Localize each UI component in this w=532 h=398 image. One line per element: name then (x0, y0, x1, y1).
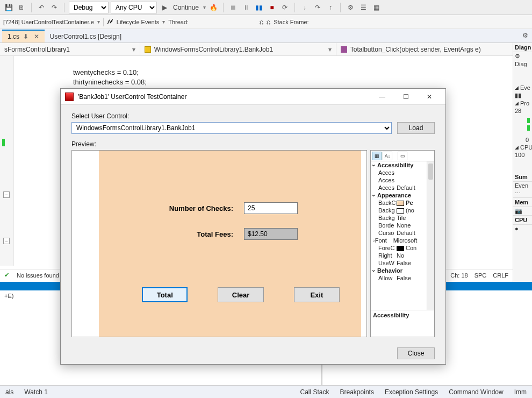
step-into-icon[interactable]: ↓ (299, 2, 310, 13)
nav-method-label: Totalbutton_Click(object sender, EventAr… (350, 46, 481, 53)
clear-button[interactable]: Clear (218, 287, 263, 302)
cat-behavior[interactable]: Behavior (371, 267, 434, 274)
tab-cs-file[interactable]: 1.cs ⬇ ✕ (2, 30, 45, 42)
thread2-icon[interactable]: ⎌ (267, 18, 270, 26)
gear-icon[interactable]: ⚙ (513, 52, 532, 60)
property-pages-icon[interactable]: ▭ (398, 152, 407, 160)
chevron-down-icon[interactable]: ▾ (162, 19, 165, 25)
editor-gutter: − − (0, 56, 14, 266)
lifecycle-icon[interactable]: 🗲 (107, 18, 113, 26)
restart-icon[interactable]: ⟳ (279, 2, 290, 13)
step-over-icon[interactable]: ↷ (312, 2, 323, 13)
save-all-icon[interactable]: 🗎 (16, 2, 27, 13)
fold-icon[interactable]: − (3, 238, 10, 244)
config-dropdown[interactable]: Debug (69, 2, 109, 13)
thread-icon[interactable]: ⎌ (260, 18, 263, 26)
prop-row[interactable]: BackgTile (371, 214, 434, 222)
lifecycle-label[interactable]: Lifecycle Events (117, 19, 159, 25)
close-icon[interactable]: ✕ (34, 33, 39, 40)
pause-icon[interactable]: ▮▮ (254, 2, 264, 13)
checks-input[interactable] (244, 202, 298, 214)
prop-row[interactable]: UseWFalse (371, 259, 434, 267)
continue-label[interactable]: Continue (172, 4, 200, 11)
undo-icon[interactable]: ↶ (36, 2, 47, 13)
issues-label[interactable]: No issues found (17, 272, 59, 279)
prop-row[interactable]: Acces (371, 176, 434, 184)
separator (340, 3, 341, 12)
propgrid-list[interactable]: Accessibility AccesAccesAccesDefault App… (371, 161, 434, 310)
prop-row[interactable]: AllowFalse (371, 274, 434, 282)
tab-immediate[interactable]: Imm (509, 386, 532, 398)
close-button[interactable]: ✕ (418, 89, 441, 104)
hot-reload-icon[interactable]: 🔥 (208, 2, 219, 13)
step-out-icon[interactable]: ↑ (325, 2, 336, 13)
prop-row[interactable]: ForeC Con (371, 244, 434, 252)
nav-class[interactable]: WindowsFormsControlLibrary1.BankJob1 ▾ (140, 43, 336, 55)
prop-row[interactable]: › FontMicrosoft (371, 237, 434, 244)
fold-icon[interactable]: − (3, 191, 10, 198)
play-icon[interactable]: ▶ (159, 2, 170, 13)
pin-icon[interactable]: ⬇ (23, 33, 28, 40)
tab-callstack[interactable]: Call Stack (294, 386, 334, 398)
alphabetical-icon[interactable]: A↓ (383, 152, 392, 160)
maximize-button[interactable]: ☐ (394, 89, 418, 104)
nav-method[interactable]: Totalbutton_Click(object sender, EventAr… (336, 43, 532, 55)
tool2-icon[interactable]: ☰ (358, 2, 369, 13)
tool3-icon[interactable]: ▦ (371, 2, 382, 13)
gear-icon[interactable]: ⚙ (520, 31, 530, 40)
total-button[interactable]: Total (142, 287, 188, 302)
tool-icon[interactable]: ⚙ (345, 2, 356, 13)
prop-row[interactable]: BordeNone (371, 222, 434, 229)
cat-accessibility[interactable]: Accessibility (371, 161, 434, 169)
prop-row[interactable]: AccesDefault (371, 184, 434, 191)
separator (103, 18, 104, 26)
scrollbar[interactable] (427, 161, 434, 310)
prop-row[interactable]: CursoDefault (371, 229, 434, 237)
tab-exception[interactable]: Exception Settings (379, 386, 443, 398)
nav-project[interactable]: sFormsControlLibrary1 ▾ (0, 43, 140, 55)
ch-label: Ch: 18 (450, 272, 468, 279)
tab-als[interactable]: als (0, 386, 19, 398)
method-icon (341, 46, 347, 53)
tab-watch1[interactable]: Watch 1 (19, 386, 53, 398)
prop-row[interactable]: Acces (371, 169, 434, 176)
events-label[interactable]: Even (513, 182, 532, 189)
tab-label: UserControl1.cs [Design] (50, 33, 121, 40)
record-icon[interactable]: ● (513, 225, 532, 232)
redo-icon[interactable]: ↷ (49, 2, 60, 13)
stop2-icon[interactable]: ■ (267, 2, 277, 13)
debug-process-row: [7248] UserControlTestContainer.e ▾ 🗲 Li… (0, 15, 532, 29)
load-button[interactable]: Load (397, 122, 435, 134)
dialog-titlebar[interactable]: 'BankJob1' UserControl TestContainer — ☐… (61, 89, 445, 105)
property-grid[interactable]: ▦ A↓ ▭ Accessibility AccesAccesAccesDefa… (370, 150, 435, 337)
categorized-icon[interactable]: ▦ (372, 152, 382, 160)
chevron-down-icon[interactable]: ▾ (328, 46, 332, 53)
prop-row[interactable]: Backg (no (371, 207, 434, 214)
minimize-button[interactable]: — (370, 89, 394, 104)
chevron-down-icon[interactable]: ▾ (203, 4, 206, 10)
dialog-close-button[interactable]: Close (397, 347, 435, 359)
chevron-down-icon[interactable]: ▾ (97, 19, 100, 25)
prop-row[interactable]: BackC Pe (371, 199, 434, 207)
preview-label: Preview: (71, 140, 435, 148)
camera-icon[interactable]: 📷 (513, 207, 532, 215)
tab-designer[interactable]: UserControl1.cs [Design] (45, 31, 127, 42)
chevron-down-icon[interactable]: ▾ (132, 46, 135, 53)
usercontrol-select[interactable]: WindowsFormsControlLibrary1.BankJob1 (71, 122, 392, 134)
save-icon[interactable]: 💾 (3, 2, 14, 13)
separator (294, 3, 295, 12)
break-icon[interactable]: ⏸ (241, 2, 251, 13)
stop-icon[interactable]: ⏹ (228, 2, 239, 13)
tab-command[interactable]: Command Window (443, 386, 508, 398)
memory-header: Mem (513, 197, 532, 207)
thread-label: Thread: (168, 19, 189, 25)
cat-appearance[interactable]: Appearance (371, 191, 434, 199)
process-label[interactable]: [7248] UserControlTestContainer.e (3, 19, 94, 25)
dialog-footer: Close (61, 343, 445, 364)
tab-breakpoints[interactable]: Breakpoints (335, 386, 379, 398)
pause-icon[interactable]: ▮▮ (513, 91, 532, 99)
prop-row[interactable]: RightNo (371, 252, 434, 259)
platform-dropdown[interactable]: Any CPU (111, 2, 157, 13)
usercontrol-preview: Number of Checks: Total Fees: Total Clea… (71, 150, 367, 337)
exit-button[interactable]: Exit (294, 287, 340, 302)
